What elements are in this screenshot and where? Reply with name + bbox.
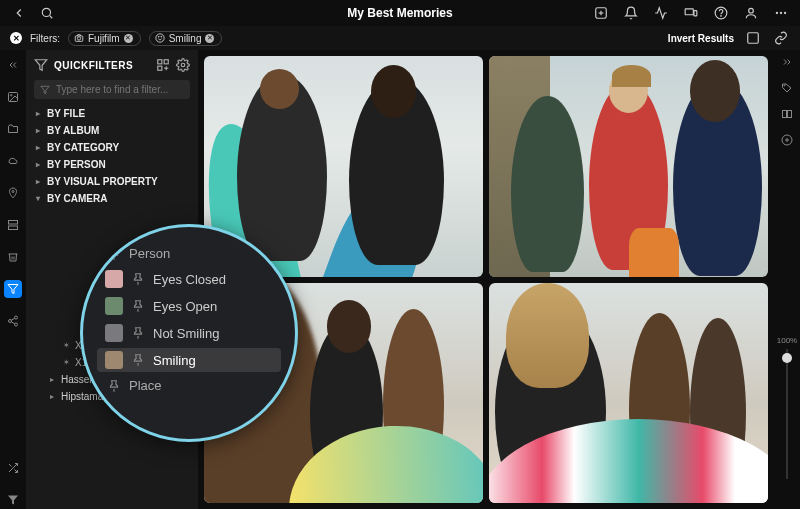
- group-by-album[interactable]: ▸BY ALBUM: [26, 122, 198, 139]
- left-icon-rail: [0, 50, 26, 509]
- callout-item-label: Eyes Closed: [153, 272, 226, 287]
- svg-marker-34: [35, 60, 47, 71]
- compare-icon[interactable]: [781, 108, 793, 120]
- filters-label: Filters:: [30, 33, 60, 44]
- svg-rect-18: [748, 33, 759, 44]
- photo-tile[interactable]: [489, 56, 768, 277]
- filter-search-field[interactable]: [56, 84, 184, 95]
- filter-search-input[interactable]: [34, 80, 190, 99]
- filter-thumb: [105, 351, 123, 369]
- svg-line-32: [9, 464, 12, 467]
- group-by-visual-property[interactable]: ▸BY VISUAL PROPERTY: [26, 173, 198, 190]
- svg-rect-37: [158, 66, 162, 70]
- svg-line-29: [11, 322, 14, 324]
- callout-header-label: Person: [129, 246, 170, 261]
- callout-item-label: Not Smiling: [153, 326, 219, 341]
- rail-image-icon[interactable]: [4, 88, 22, 106]
- rail-funnel-icon[interactable]: [4, 491, 22, 509]
- filter-thumb: [105, 270, 123, 288]
- svg-point-12: [784, 12, 786, 14]
- zoom-slider[interactable]: 100%: [777, 336, 797, 509]
- chip-remove-icon[interactable]: ✕: [205, 34, 214, 43]
- svg-rect-35: [158, 60, 162, 64]
- callout-item-label: Eyes Open: [153, 299, 217, 314]
- callout-item-smiling[interactable]: Smiling: [97, 348, 281, 372]
- panel-title: QUICKFILTERS: [54, 60, 150, 71]
- filter-bar: ✕ Filters: Fujifilm ✕ Smiling ✕ Invert R…: [0, 26, 800, 50]
- add-circle-icon[interactable]: [781, 134, 793, 146]
- add-icon[interactable]: [592, 4, 610, 22]
- invert-results-button[interactable]: Invert Results: [668, 33, 734, 44]
- pin-icon: [131, 353, 145, 367]
- top-bar: My Best Memories: [0, 0, 800, 26]
- rail-random-icon[interactable]: [4, 459, 22, 477]
- svg-rect-23: [9, 226, 18, 230]
- svg-point-17: [161, 36, 162, 37]
- search-icon[interactable]: [38, 4, 56, 22]
- svg-point-16: [158, 36, 159, 37]
- pin-icon: [107, 379, 121, 393]
- callout-group-place[interactable]: Place: [97, 375, 281, 396]
- user-icon[interactable]: [742, 4, 760, 22]
- group-by-camera[interactable]: ▾BY CAMERA: [26, 190, 198, 207]
- svg-point-14: [77, 37, 80, 40]
- svg-point-27: [15, 323, 18, 326]
- expand-right-icon[interactable]: [781, 56, 793, 68]
- rail-drawer-icon[interactable]: [4, 216, 22, 234]
- help-icon[interactable]: [712, 4, 730, 22]
- callout-item-label: Smiling: [153, 353, 196, 368]
- callout-item-not-smiling[interactable]: Not Smiling: [97, 321, 281, 345]
- svg-rect-44: [788, 111, 792, 118]
- rail-cloud-icon[interactable]: [4, 152, 22, 170]
- rail-pin-icon[interactable]: [4, 184, 22, 202]
- svg-point-10: [776, 12, 778, 14]
- pin-icon: [131, 326, 145, 340]
- grid-add-icon[interactable]: [156, 58, 170, 72]
- activity-icon[interactable]: [652, 4, 670, 22]
- pin-icon: [131, 299, 145, 313]
- smile-icon: [155, 33, 165, 43]
- svg-marker-24: [8, 285, 18, 294]
- maximize-icon[interactable]: [744, 29, 762, 47]
- rail-folder-icon[interactable]: [4, 120, 22, 138]
- svg-point-15: [156, 34, 164, 42]
- filter-small-icon: [40, 85, 50, 95]
- svg-line-28: [11, 318, 14, 320]
- svg-rect-43: [783, 111, 787, 118]
- svg-point-40: [181, 63, 185, 67]
- group-by-person[interactable]: ▸BY PERSON: [26, 156, 198, 173]
- svg-point-11: [780, 12, 782, 14]
- svg-point-0: [42, 8, 50, 16]
- more-icon[interactable]: [772, 4, 790, 22]
- filter-thumb: [105, 297, 123, 315]
- bell-icon[interactable]: [622, 4, 640, 22]
- svg-point-26: [9, 320, 12, 323]
- collapse-rail-icon[interactable]: [4, 56, 22, 74]
- gear-icon[interactable]: [176, 58, 190, 72]
- chevron-left-icon[interactable]: [10, 4, 28, 22]
- group-by-file[interactable]: ▸BY FILE: [26, 105, 198, 122]
- link-icon[interactable]: [772, 29, 790, 47]
- svg-rect-22: [9, 221, 18, 225]
- svg-point-9: [749, 8, 754, 13]
- callout-header-label: Place: [129, 378, 162, 393]
- filter-toggle-icon[interactable]: ✕: [10, 32, 22, 44]
- zoom-percent: 100%: [777, 336, 797, 345]
- filter-chip-fujifilm[interactable]: Fujifilm ✕: [68, 31, 141, 46]
- photo-tile[interactable]: [489, 283, 768, 504]
- callout-item-eyes-closed[interactable]: Eyes Closed: [97, 267, 281, 291]
- devices-icon[interactable]: [682, 4, 700, 22]
- rail-filter-icon[interactable]: [4, 280, 22, 298]
- rail-trash-icon[interactable]: [4, 248, 22, 266]
- chip-remove-icon[interactable]: ✕: [124, 34, 133, 43]
- rail-share-icon[interactable]: [4, 312, 22, 330]
- group-by-category[interactable]: ▸BY CATEGORY: [26, 139, 198, 156]
- svg-rect-5: [685, 9, 693, 15]
- filter-chip-smiling[interactable]: Smiling ✕: [149, 31, 223, 46]
- svg-point-42: [784, 85, 785, 86]
- tag-icon[interactable]: [781, 82, 793, 94]
- quickfilter-callout: Person Eyes Closed Eyes Open Not Smiling…: [80, 224, 298, 442]
- filter-thumb: [105, 324, 123, 342]
- callout-group-person[interactable]: Person: [97, 243, 281, 264]
- callout-item-eyes-open[interactable]: Eyes Open: [97, 294, 281, 318]
